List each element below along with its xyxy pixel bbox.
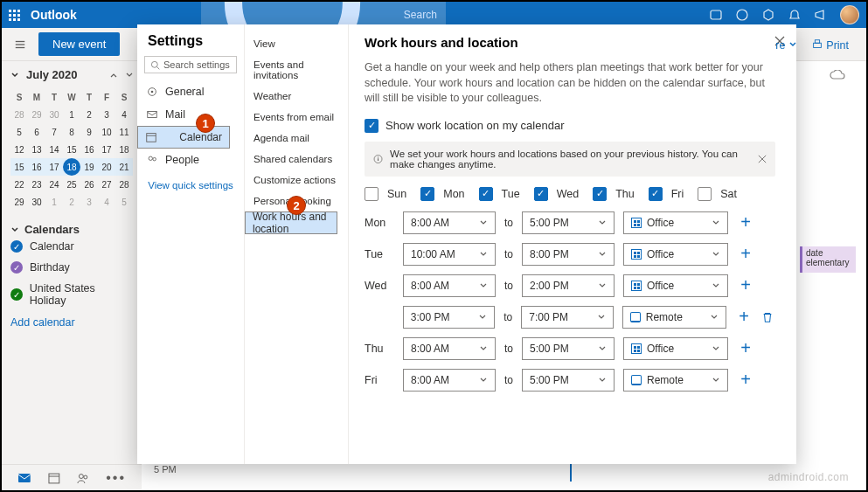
location-select[interactable]: Remote: [623, 369, 728, 392]
people-icon: [146, 154, 158, 166]
schedule-row: Fri8:00 AMto5:00 PMRemote+: [365, 369, 775, 392]
location-select[interactable]: Remote: [622, 306, 726, 329]
svg-point-27: [378, 156, 378, 157]
to-label: to: [504, 248, 513, 260]
workday-checkbox-sat[interactable]: [698, 187, 712, 201]
start-time-select[interactable]: 8:00 AM: [403, 337, 496, 360]
top-right-actions: re Print: [775, 38, 849, 52]
print-icon: [811, 38, 823, 51]
schedule-day-label: Wed: [365, 280, 394, 292]
to-label: to: [504, 374, 513, 386]
calendar-icon: [145, 131, 157, 143]
category-label: Calendar: [179, 131, 222, 143]
settings-overlay: Settings Search settings GeneralMailCale…: [2, 2, 866, 490]
svg-point-22: [153, 157, 156, 161]
building-icon: [631, 218, 642, 228]
start-time-select[interactable]: 3:00 PM: [403, 306, 495, 329]
start-time-select[interactable]: 8:00 AM: [403, 211, 496, 234]
settings-subitem[interactable]: Events and invitations: [245, 54, 348, 86]
workday-checkbox-mon[interactable]: ✓: [420, 187, 434, 201]
location-select[interactable]: Office: [623, 211, 728, 234]
settings-subnav-pane: ViewEvents and invitationsWeatherEvents …: [245, 24, 349, 464]
category-label: General: [165, 86, 204, 98]
add-time-block-button[interactable]: +: [737, 370, 754, 390]
start-time-select[interactable]: 10:00 AM: [403, 243, 496, 266]
workday-checkbox-thu[interactable]: ✓: [593, 187, 607, 201]
sync-status-icon: [830, 70, 845, 80]
schedule-row: Thu8:00 AMto5:00 PMOffice+: [365, 337, 775, 360]
to-label: to: [503, 311, 512, 323]
settings-subitem[interactable]: Events from email: [245, 107, 348, 128]
share-tail[interactable]: re: [775, 39, 797, 52]
view-quick-settings-link[interactable]: View quick settings: [137, 171, 244, 199]
print-button[interactable]: Print: [811, 38, 849, 52]
settings-category-mail[interactable]: Mail: [137, 103, 244, 126]
building-icon: [631, 281, 642, 291]
start-time-select[interactable]: 8:00 AM: [403, 274, 496, 297]
settings-subitem[interactable]: Work hours and location: [245, 211, 337, 234]
settings-search[interactable]: Search settings: [144, 56, 237, 73]
schedule-row: Mon8:00 AMto5:00 PMOffice+: [365, 211, 775, 234]
workday-checkbox-wed[interactable]: ✓: [534, 187, 548, 201]
settings-category-general[interactable]: General: [137, 80, 244, 103]
schedule-day-label: Tue: [365, 248, 394, 260]
end-time-select[interactable]: 8:00 PM: [522, 243, 615, 266]
workday-checkbox-fri[interactable]: ✓: [649, 187, 663, 201]
dismiss-info-button[interactable]: [758, 155, 767, 163]
settings-subitem[interactable]: Shared calendars: [245, 149, 348, 170]
end-time-select[interactable]: 5:00 PM: [522, 369, 615, 392]
workday-label: Mon: [443, 188, 464, 200]
svg-point-21: [149, 156, 152, 160]
schedule-day-label: Thu: [365, 343, 394, 355]
settings-category-people[interactable]: People: [137, 149, 244, 171]
end-time-select[interactable]: 5:00 PM: [522, 337, 615, 360]
add-time-block-button[interactable]: +: [737, 212, 754, 232]
workday-label: Thu: [615, 188, 635, 200]
workday-label: Wed: [557, 188, 579, 200]
workday-toggles: Sun✓Mon✓Tue✓Wed✓Thu✓FriSat: [365, 187, 775, 201]
svg-line-15: [157, 66, 160, 69]
show-location-checkbox[interactable]: ✓: [365, 119, 378, 133]
event-chip[interactable]: date elementary: [800, 246, 856, 273]
gear-icon: [146, 86, 158, 98]
workday-checkbox-sun[interactable]: [365, 187, 378, 201]
category-label: People: [165, 154, 199, 166]
svg-rect-18: [148, 112, 157, 118]
location-select[interactable]: Office: [623, 274, 728, 297]
schedule-day-label: Fri: [365, 374, 394, 386]
delete-time-block-button[interactable]: [761, 311, 775, 323]
start-time-select[interactable]: 8:00 AM: [403, 369, 496, 392]
schedule-day-label: Mon: [365, 217, 394, 229]
settings-subitem[interactable]: Agenda mail: [245, 128, 348, 149]
settings-subitem[interactable]: Weather: [245, 86, 348, 107]
end-time-select[interactable]: 7:00 PM: [521, 306, 613, 329]
settings-subitem[interactable]: Customize actions: [245, 170, 348, 191]
workday-label: Sun: [387, 188, 406, 200]
location-select[interactable]: Office: [623, 337, 728, 360]
add-time-block-button[interactable]: +: [737, 275, 754, 295]
settings-detail-pane: Work hours and location Get a handle on …: [349, 24, 796, 464]
detail-heading: Work hours and location: [365, 35, 775, 50]
svg-rect-8: [815, 40, 819, 44]
svg-point-14: [151, 61, 157, 67]
add-time-block-button[interactable]: +: [737, 244, 754, 264]
settings-subitem[interactable]: View: [245, 33, 348, 54]
schedule-row: Tue10:00 AMto8:00 PMOffice+: [365, 243, 775, 266]
end-time-select[interactable]: 5:00 PM: [522, 211, 615, 234]
info-message: We set your work hours and locations bas…: [365, 142, 775, 177]
svg-point-17: [151, 91, 154, 94]
to-label: to: [504, 280, 513, 292]
settings-title: Settings: [137, 24, 244, 56]
monitor-icon: [630, 312, 641, 322]
add-time-block-button[interactable]: +: [737, 338, 754, 358]
settings-category-calendar[interactable]: Calendar: [137, 126, 230, 149]
end-time-select[interactable]: 2:00 PM: [522, 274, 615, 297]
building-icon: [631, 249, 642, 260]
building-icon: [631, 343, 642, 354]
location-select[interactable]: Office: [623, 243, 728, 266]
workday-checkbox-tue[interactable]: ✓: [479, 187, 493, 201]
schedule-row: 3:00 PMto7:00 PMRemote+: [365, 306, 775, 329]
add-time-block-button[interactable]: +: [735, 307, 753, 327]
annotation-1: 1: [196, 114, 215, 133]
workday-label: Sat: [720, 188, 737, 200]
